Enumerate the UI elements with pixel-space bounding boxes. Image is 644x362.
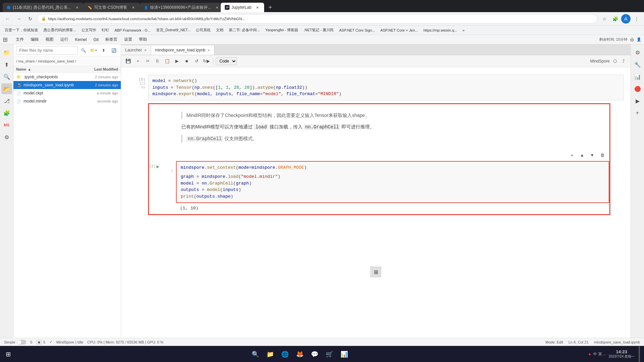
git-icon-btn[interactable]: ⎇ [1, 95, 12, 106]
menu-git[interactable]: Git [91, 36, 101, 43]
right-settings-btn[interactable]: ⚙ [632, 47, 643, 58]
taskbar-chat[interactable]: 💬 [309, 348, 321, 360]
bookmark-3[interactable]: 公文写作 [79, 27, 98, 33]
menu-run[interactable]: 运行 [58, 36, 71, 43]
cell-2-content[interactable]: mindspore.set_context(mode=mindspore.GRA… [176, 161, 609, 214]
cell-1-code[interactable]: model = network() inputs = Tensor(np.one… [148, 75, 624, 100]
right-tool3-btn[interactable]: 🔴 [632, 83, 643, 94]
move-cell-down-button[interactable]: ▼ [588, 151, 597, 160]
file-item-ckpt[interactable]: 📄 model.ckpt a minute ago [13, 89, 121, 97]
cut-button[interactable]: ✂ [143, 57, 152, 66]
reload-button[interactable]: ↻ [26, 14, 35, 24]
tab2-close[interactable]: ✕ [131, 5, 136, 10]
cell-2-code[interactable]: mindspore.set_context(mode=mindspore.GRA… [176, 161, 609, 203]
power-icon[interactable]: ⏻ [630, 38, 634, 42]
menu-file[interactable]: 文件 [13, 36, 27, 43]
user-icon[interactable]: 👤 [637, 37, 641, 42]
taskbar-store[interactable]: 🛒 [323, 348, 335, 360]
restart-button[interactable]: ↺ [192, 57, 201, 66]
right-tool1-btn[interactable]: 🔧 [632, 59, 643, 70]
bookmarks-more[interactable]: » [461, 28, 467, 33]
bookmark-7[interactable]: 公司系统 [194, 27, 213, 33]
add-cell-above-button[interactable]: + [568, 151, 576, 160]
simple-toggle[interactable]: Simple [4, 340, 26, 345]
taskbar-files[interactable]: 📁 [264, 348, 276, 360]
bookmark-2[interactable]: 愚公墨代码的博客... [41, 27, 78, 33]
cell-1-content[interactable]: model = network() inputs = Tensor(np.one… [148, 75, 631, 100]
file-filter-input[interactable] [16, 46, 78, 55]
new-tab-button[interactable]: + [265, 3, 275, 12]
upload-file-button[interactable]: ⬆ [99, 46, 108, 55]
paste-button[interactable]: 📋 [163, 57, 172, 66]
launcher-tab-close[interactable]: ✕ [144, 48, 147, 52]
menu-button[interactable]: ⋮ [632, 14, 641, 24]
restart-run-button[interactable]: ↻▶ [202, 57, 211, 66]
settings-icon-btn[interactable]: ⚙ [1, 132, 12, 143]
menu-tabs[interactable]: 标签页 [103, 36, 120, 43]
extension-icon-btn[interactable]: 🧩 [1, 108, 12, 118]
menu-kernel[interactable]: Kernel [72, 36, 90, 43]
show-desktop-btn[interactable] [639, 346, 640, 362]
browser-tab-1[interactable]: 🔵 (11条消息) 愚公墨代码_愚公系... ✕ [3, 3, 83, 12]
bookmark-11[interactable]: .NET笔记 - 重川民 [301, 27, 336, 33]
share-button[interactable]: ⤴ [619, 57, 628, 66]
save-button[interactable]: 💾 [124, 57, 133, 66]
taskbar-teams[interactable]: 📊 [338, 348, 350, 360]
bookmark-10[interactable]: Yaopengfei - 博客园 [263, 27, 300, 33]
menu-help[interactable]: 帮助 [136, 36, 150, 43]
right-add-btn[interactable]: + [632, 108, 643, 118]
bookmark-9[interactable]: 第二节: 必备中间... [227, 27, 262, 33]
file-item-notebook[interactable]: 📓 mindspore_save_load.ipynb 2 minutes ag… [13, 81, 121, 89]
tab4-close[interactable]: ✕ [255, 5, 260, 10]
bookmark-1[interactable]: 百度一下，你就知道 [3, 27, 40, 33]
start-button[interactable]: ⊞ [0, 346, 16, 362]
extensions-button[interactable]: 🧩 [610, 14, 620, 24]
bookmark-12[interactable]: ASP.NET Core Sign... [337, 28, 377, 33]
delete-cell-button[interactable]: 🗑 [598, 151, 607, 160]
browser-tab-4[interactable]: JP JupyterLab ✕ [221, 3, 264, 12]
taskbar-search[interactable]: 🔍 [249, 348, 261, 360]
mindspore-icon-btn[interactable]: MS [1, 120, 12, 130]
star-button[interactable]: ☆ [600, 14, 609, 24]
menu-edit[interactable]: 编辑 [28, 36, 41, 43]
menu-view[interactable]: 视图 [43, 36, 56, 43]
url-bar[interactable]: 🔒 https://authoring-modelarts-ccnorth4.h… [37, 14, 598, 24]
back-button[interactable]: ← [3, 14, 12, 24]
copy-button[interactable]: ⎘ [153, 57, 162, 66]
bookmark-14[interactable]: https://mp.weixin.q... [421, 28, 459, 33]
filter-search-button[interactable]: 🔍 [79, 46, 88, 55]
file-browser-icon-btn[interactable]: 📂 [1, 83, 12, 94]
browser-tab-2[interactable]: ✏️ 写文章-CSDN博客 ✕ [83, 3, 140, 12]
mode-toggle[interactable] [17, 340, 26, 345]
file-item-checkpoints[interactable]: 📁 .ipynb_checkpoints 2 minutes ago [13, 73, 121, 81]
file-item-mindir[interactable]: 📄 model.mindir seconds ago [13, 97, 121, 105]
upload-icon-btn[interactable]: ⬆ [1, 59, 12, 70]
browser-tab-3[interactable]: 👤 徐涛+13960699696+产品体验评... ✕ [140, 3, 221, 12]
insert-cell-button[interactable]: + [134, 57, 142, 66]
tab3-close[interactable]: ✕ [214, 5, 220, 10]
forward-button[interactable]: → [14, 14, 24, 24]
taskbar-edge[interactable]: 🌐 [279, 348, 291, 360]
taskbar-browser[interactable]: 🦊 [294, 348, 306, 360]
refresh-button[interactable]: 🔄 [109, 46, 118, 55]
bookmark-6[interactable]: 首页_Dotnet9_NET... [154, 27, 193, 33]
profile-button[interactable]: A [621, 14, 631, 24]
bookmark-13[interactable]: ASP.NET Core + Jen... [379, 28, 420, 33]
notebook-tab[interactable]: mindspore_save_load.ipynb ✕ [151, 45, 214, 55]
notebook-tab-close[interactable]: ✕ [207, 48, 210, 52]
launcher-tab[interactable]: Launcher ✕ [121, 45, 151, 55]
drag-handle[interactable]: ⊞ [370, 267, 381, 277]
right-tool2-btn[interactable]: 📊 [632, 71, 643, 82]
move-cell-up-button[interactable]: ▲ [578, 151, 586, 160]
search-icon-btn[interactable]: 🔍 [1, 71, 12, 82]
bookmark-8[interactable]: 文档 [214, 27, 225, 33]
notebook-content[interactable]: [5] 523ms model = network() inputs = Ten… [121, 67, 631, 338]
new-folder-button[interactable]: 📁+ [89, 46, 98, 55]
file-header-name[interactable]: Name ▲ [16, 67, 78, 71]
run-button[interactable]: ▶ [173, 57, 181, 66]
folder-icon-btn[interactable]: 📁 [1, 47, 12, 58]
right-expand-btn[interactable]: ▶ [632, 95, 643, 106]
bookmark-5[interactable]: ABP Framework - O... [112, 28, 152, 33]
tab1-close[interactable]: ✕ [74, 5, 80, 10]
menu-settings[interactable]: 设置 [121, 36, 135, 43]
